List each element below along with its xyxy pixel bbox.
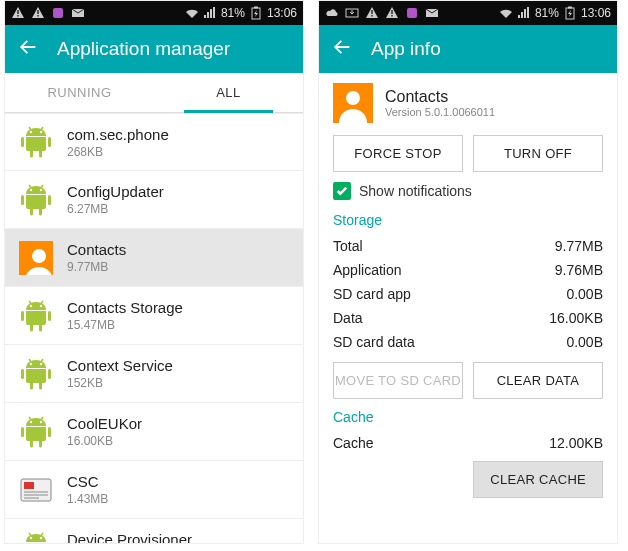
app-name-label: ConfigUpdater [67, 183, 164, 200]
mail-icon [71, 6, 85, 20]
clear-cache-button[interactable]: CLEAR CACHE [473, 461, 603, 498]
mail-icon [425, 6, 439, 20]
show-notifications-checkbox[interactable]: Show notifications [333, 182, 603, 200]
contacts-icon [19, 241, 53, 275]
app-row[interactable]: CoolEUKor16.00KB [5, 403, 303, 461]
app-name-label: Context Service [67, 357, 173, 374]
patch-icon [405, 6, 419, 20]
storage-row: Data16.00KB [333, 306, 603, 330]
csc-icon [19, 473, 53, 507]
download-icon [345, 6, 359, 20]
wifi-icon [499, 6, 513, 20]
battery-icon [249, 6, 263, 20]
storage-row: SD card data0.00B [333, 330, 603, 354]
phone-right: 81% 13:06 App info Contacts Version 5.0.… [318, 0, 618, 544]
app-row[interactable]: Context Service152KB [5, 345, 303, 403]
storage-row: SD card app0.00B [333, 282, 603, 306]
action-bar: Application manager [5, 25, 303, 73]
app-size-label: 15.47MB [67, 318, 183, 332]
cache-row: Cache 12.00KB [333, 431, 603, 455]
show-notifications-label: Show notifications [359, 183, 472, 199]
battery-icon [563, 6, 577, 20]
app-name-label: Contacts Storage [67, 299, 183, 316]
page-title: App info [371, 38, 441, 60]
caution-icon [31, 6, 45, 20]
android-icon [19, 125, 53, 159]
app-size-label: 6.27MB [67, 202, 164, 216]
app-size-label: 16.00KB [67, 434, 142, 448]
back-icon[interactable] [331, 36, 353, 62]
app-size-label: 9.77MB [67, 260, 126, 274]
clock: 13:06 [581, 6, 611, 20]
app-row[interactable]: CSC1.43MB [5, 461, 303, 519]
app-version: Version 5.0.1.0066011 [385, 106, 495, 118]
tab-running[interactable]: RUNNING [5, 73, 154, 112]
status-bar: 81% 13:06 [319, 1, 617, 25]
turn-off-button[interactable]: TURN OFF [473, 135, 603, 172]
app-row[interactable]: com.sec.phone268KB [5, 113, 303, 171]
app-name: Contacts [385, 88, 495, 106]
caution-icon [385, 6, 399, 20]
cloud-icon [325, 6, 339, 20]
android-icon [19, 415, 53, 449]
app-name-label: CoolEUKor [67, 415, 142, 432]
force-stop-button[interactable]: FORCE STOP [333, 135, 463, 172]
app-size-label: 152KB [67, 376, 173, 390]
cache-section-title: Cache [333, 409, 603, 425]
app-row[interactable]: Contacts9.77MB [5, 229, 303, 287]
battery-pct: 81% [535, 6, 559, 20]
android-icon [19, 357, 53, 391]
wifi-icon [185, 6, 199, 20]
android-icon [19, 531, 53, 544]
app-info-body: Contacts Version 5.0.1.0066011 FORCE STO… [319, 73, 617, 543]
app-list[interactable]: com.sec.phone268KBConfigUpdater6.27MBCon… [5, 113, 303, 543]
storage-list: Total9.77MBApplication9.76MBSD card app0… [333, 234, 603, 354]
app-size-label: 268KB [67, 145, 169, 159]
action-bar: App info [319, 25, 617, 73]
patch-icon [51, 6, 65, 20]
back-icon[interactable] [17, 36, 39, 62]
android-icon [19, 299, 53, 333]
tabs: RUNNING ALL [5, 73, 303, 113]
app-name-label: Contacts [67, 241, 126, 258]
app-row[interactable]: Device Provisioner752KB [5, 519, 303, 543]
app-name-label: CSC [67, 473, 108, 490]
caution-icon [11, 6, 25, 20]
storage-row: Application9.76MB [333, 258, 603, 282]
android-icon [19, 183, 53, 217]
tab-all[interactable]: ALL [154, 73, 303, 112]
signal-icon [517, 6, 531, 20]
app-size-label: 1.43MB [67, 492, 108, 506]
clock: 13:06 [267, 6, 297, 20]
move-to-sd-button: MOVE TO SD CARD [333, 362, 463, 399]
contacts-icon [333, 83, 373, 123]
battery-pct: 81% [221, 6, 245, 20]
status-bar: 81% 13:06 [5, 1, 303, 25]
phone-left: 81% 13:06 Application manager RUNNING AL… [4, 0, 304, 544]
caution-icon [365, 6, 379, 20]
page-title: Application manager [57, 38, 230, 60]
storage-section-title: Storage [333, 212, 603, 228]
app-row[interactable]: Contacts Storage15.47MB [5, 287, 303, 345]
checkbox-checked-icon [333, 182, 351, 200]
app-row[interactable]: ConfigUpdater6.27MB [5, 171, 303, 229]
signal-icon [203, 6, 217, 20]
storage-row: Total9.77MB [333, 234, 603, 258]
clear-data-button[interactable]: CLEAR DATA [473, 362, 603, 399]
app-name-label: com.sec.phone [67, 126, 169, 143]
app-name-label: Device Provisioner [67, 531, 192, 543]
